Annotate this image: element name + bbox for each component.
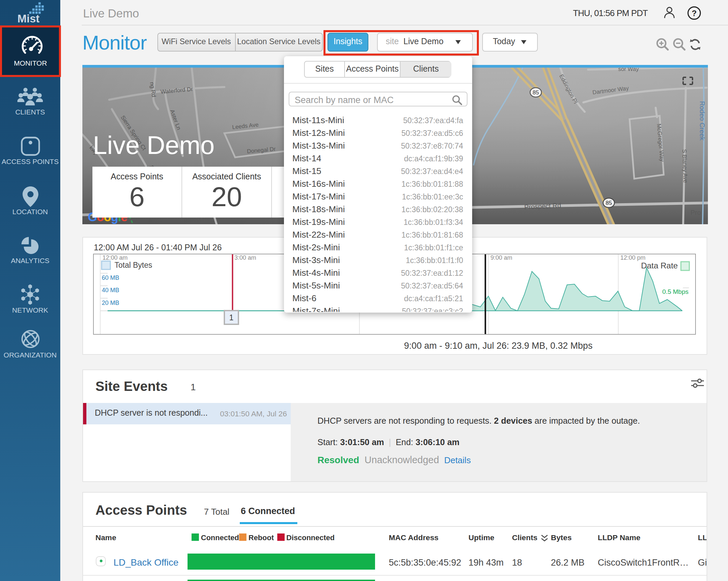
svg-text:40 MB: 40 MB [102, 286, 119, 293]
svg-text:12:00 pm: 12:00 pm [620, 254, 645, 261]
svg-text:Total Bytes: Total Bytes [114, 260, 152, 269]
svg-text:0.5 Mbps: 0.5 Mbps [662, 288, 688, 295]
svg-text:12:00 am: 12:00 am [102, 254, 128, 261]
svg-text:1: 1 [229, 313, 233, 322]
svg-text:Mist: Mist [18, 12, 40, 24]
svg-text:60 MB: 60 MB [102, 274, 119, 281]
svg-text:9:00 am: 9:00 am [490, 254, 512, 261]
svg-text:20 MB: 20 MB [102, 299, 119, 306]
svg-text:3:00 am: 3:00 am [234, 254, 256, 261]
svg-text:?: ? [692, 8, 697, 18]
